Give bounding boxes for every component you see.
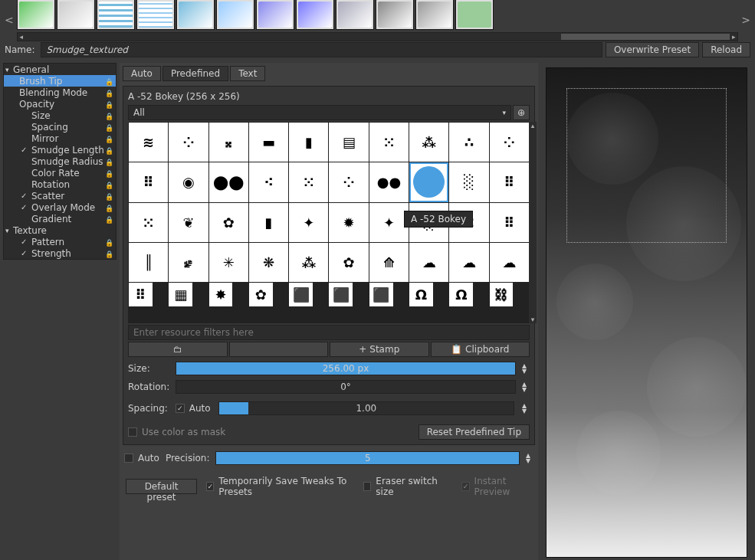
preset-thumb[interactable] (256, 0, 294, 30)
preset-thumb[interactable] (415, 0, 454, 30)
instant-preview-check[interactable]: Instant Preview (461, 476, 532, 497)
brush-tip-cell[interactable]: ☁ (409, 243, 448, 282)
sidebar-item-spacing[interactable]: Spacing🔒 (4, 121, 116, 133)
brush-tip-cell[interactable]: ☁ (490, 243, 529, 282)
resource-filter-input[interactable] (128, 325, 530, 340)
size-spinner[interactable]: ▴▾ (522, 363, 530, 374)
brush-tip-cell[interactable]: ✿ (209, 203, 248, 242)
brush-tip-cell[interactable]: ▮ (289, 123, 328, 162)
brush-tip-cell[interactable]: ▬ (249, 123, 288, 162)
spacing-spinner[interactable]: ▴▾ (522, 403, 530, 414)
use-color-mask-check[interactable]: Use color as mask (128, 427, 225, 437)
open-button[interactable]: 🗀 (128, 342, 228, 357)
sidebar-item-smudge-radius[interactable]: Smudge Radius🔒 (4, 156, 116, 167)
reload-button[interactable]: Reload (702, 42, 750, 57)
preset-thumb[interactable] (176, 0, 215, 30)
preset-thumb[interactable] (296, 0, 334, 30)
sidebar-header-texture[interactable]: Texture (4, 224, 116, 236)
overwrite-preset-button[interactable]: Overwrite Preset (606, 42, 699, 57)
tab-predefined[interactable]: Predefined (162, 66, 228, 81)
brush-tip-cell[interactable]: ⬛ (289, 283, 313, 306)
brush-tip-cell[interactable]: ⁙ (369, 123, 409, 162)
rotation-slider[interactable]: 0° (176, 380, 516, 394)
brush-tip-cell[interactable]: ✦ (289, 203, 328, 242)
brush-tip-cell[interactable]: ❦ (169, 203, 208, 242)
sidebar-item-mirror[interactable]: Mirror🔒 (4, 133, 116, 144)
sidebar-header-general[interactable]: General (4, 64, 116, 75)
brush-tip-cell[interactable]: ✦ (369, 203, 409, 242)
sidebar-item-gradient[interactable]: Gradient🔒 (4, 213, 116, 224)
brush-tip-cell[interactable]: ⠿ (490, 162, 529, 201)
preset-thumb[interactable] (455, 0, 494, 30)
brush-tip-cell[interactable]: ≋ (129, 123, 168, 162)
spacing-slider[interactable]: 1.00 (218, 401, 514, 415)
preset-thumb[interactable] (57, 0, 95, 30)
preset-thumb[interactable] (136, 0, 175, 30)
brush-tip-cell[interactable]: ∴ (449, 123, 488, 162)
brush-tip-cell[interactable]: ⁖ (249, 162, 288, 201)
brush-tip-cell[interactable]: ⁂ (289, 243, 328, 282)
brush-tip-cell[interactable]: ⠿ (129, 162, 168, 201)
brush-tip-cell[interactable]: ⁙ (449, 203, 488, 242)
brush-tip-cell[interactable]: ⠿ (129, 283, 153, 306)
precision-auto-check[interactable]: Auto (124, 453, 159, 463)
scroll-up-icon[interactable]: ▴ (529, 122, 537, 129)
clipboard-button[interactable]: 📋Clipboard (431, 342, 530, 357)
preset-thumb[interactable] (97, 0, 135, 30)
import-button[interactable] (229, 342, 329, 357)
scroll-thumb[interactable] (561, 34, 730, 40)
default-preset-button[interactable]: Default preset (126, 479, 197, 494)
tag-combo[interactable]: All (128, 105, 511, 120)
brush-tip-cell[interactable]: ✿ (249, 283, 273, 306)
precision-slider[interactable]: 5 (215, 451, 520, 465)
sidebar-item-size[interactable]: Size🔒 (4, 110, 116, 121)
scroll-track[interactable] (529, 129, 537, 316)
brush-tip-cell[interactable]: ⬛ (369, 283, 393, 306)
brush-tip-cell[interactable]: ✹ (329, 203, 368, 242)
brush-tip-cell[interactable]: ✳ (209, 243, 248, 282)
brush-tip-cell[interactable]: ◉ (169, 162, 208, 201)
brush-tip-cell[interactable]: ⁘ (169, 123, 208, 162)
eraser-switch-check[interactable]: Eraser switch size (363, 476, 443, 497)
brush-tip-cell[interactable]: ❋ (249, 243, 288, 282)
brush-tip-cell[interactable]: ⁘ (329, 162, 368, 201)
sidebar-item-pattern[interactable]: Pattern🔒 (4, 236, 116, 247)
brush-tip-cell[interactable]: ⁙ (289, 162, 328, 201)
sidebar-item-smudge-length[interactable]: Smudge Length🔒 (4, 144, 116, 156)
stamp-button[interactable]: +Stamp (330, 342, 429, 357)
brush-tip-cell[interactable]: ░ (449, 162, 488, 201)
size-slider[interactable]: 256.00 px (176, 362, 516, 375)
preset-scrollbar[interactable]: ◂ ▸ (17, 32, 739, 41)
tab-auto[interactable]: Auto (123, 66, 161, 81)
preset-thumb[interactable] (17, 0, 55, 30)
brush-tip-cell[interactable]: 𝄪 (209, 123, 248, 162)
brush-tip-cell[interactable]: ▤ (329, 123, 368, 162)
sidebar-item-scatter[interactable]: Scatter🔒 (4, 190, 116, 201)
precision-spinner[interactable]: ▴▾ (526, 453, 533, 463)
brush-tip-cell[interactable]: ║ (129, 243, 168, 282)
prev-preset-button[interactable]: < (5, 14, 14, 26)
sidebar-item-brush-tip[interactable]: Brush Tip🔒 (4, 75, 116, 87)
sidebar-item-overlay-mode[interactable]: Overlay Mode🔒 (4, 201, 116, 213)
next-preset-button[interactable]: > (741, 14, 750, 26)
scroll-track[interactable] (25, 33, 730, 41)
preset-thumb[interactable] (336, 0, 374, 30)
brush-tip-cell[interactable]: ⬤⬤ (209, 162, 248, 201)
brush-tip-cell[interactable]: ☁ (449, 243, 488, 282)
spacing-auto-check[interactable]: Auto (176, 403, 211, 414)
preset-name-input[interactable] (41, 42, 602, 57)
sidebar-item-color-rate[interactable]: Color Rate🔒 (4, 167, 116, 178)
reset-predefined-tip-button[interactable]: Reset Predefined Tip (419, 424, 530, 440)
brush-tip-cell[interactable]: ●● (369, 162, 409, 201)
brush-tip-cell[interactable]: ⟰ (369, 243, 409, 282)
brush-tip-cell[interactable] (409, 162, 448, 201)
sidebar-item-blending-mode[interactable]: Blending Mode🔒 (4, 87, 116, 98)
brush-tip-cell[interactable]: Ω (449, 283, 473, 306)
brush-tip-cell[interactable]: ▦ (169, 283, 192, 306)
sidebar-item-opacity[interactable]: Opacity🔒 (4, 98, 116, 110)
preset-thumb[interactable] (376, 0, 414, 30)
preset-thumb[interactable] (216, 0, 254, 30)
rotation-spinner[interactable]: ▴▾ (522, 382, 530, 392)
brush-tip-cell[interactable]: ⬛ (329, 283, 353, 306)
scroll-down-icon[interactable]: ▾ (529, 316, 537, 323)
